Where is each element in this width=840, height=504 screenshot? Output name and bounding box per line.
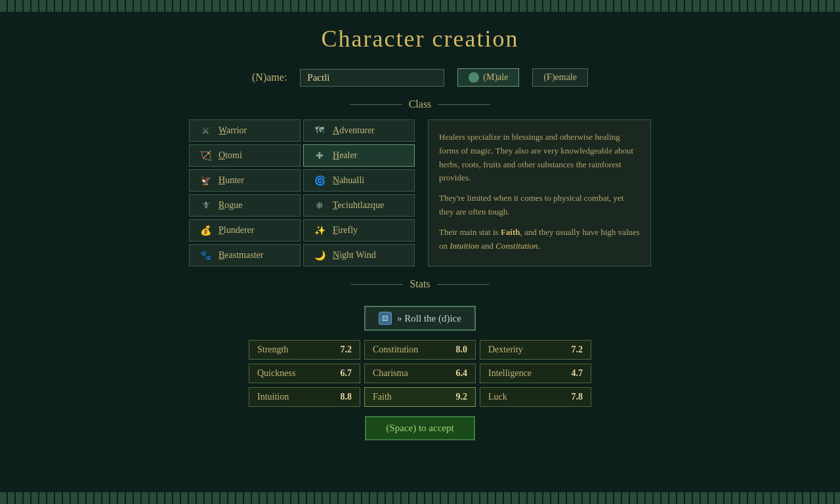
male-gender-button[interactable]: (M)ale [457, 68, 519, 87]
class-warrior[interactable]: ⚔ Warrior [189, 119, 301, 142]
stats-divider-line-left [350, 284, 403, 285]
warrior-label: Warrior [219, 125, 247, 136]
adventurer-icon: 🗺 [312, 124, 327, 137]
class-label: Class [409, 98, 432, 110]
desc-para3: Their main stat is Faith, and they usual… [439, 226, 640, 253]
desc-para3-prefix: Their main stat is [439, 227, 501, 237]
stats-label: Stats [410, 278, 430, 290]
charisma-value: 6.4 [456, 368, 468, 379]
intelligence-name: Intelligence [488, 368, 532, 379]
class-healer[interactable]: ✚ Healer [303, 144, 415, 167]
intuition-value: 8.8 [341, 392, 352, 402]
quickness-name: Quickness [257, 368, 295, 379]
class-nightwind[interactable]: 🌙 Night Wind [303, 244, 415, 266]
strength-value: 7.2 [341, 345, 352, 355]
firefly-icon: ✨ [312, 224, 327, 237]
male-icon [469, 72, 479, 83]
healer-label: Healer [333, 150, 357, 161]
desc-faith-bold: Faith [501, 227, 520, 237]
class-teciuhtlazque[interactable]: ❄ Teciuhtlazque [303, 194, 415, 217]
desc-para2: They're limited when it comes to physica… [439, 192, 640, 219]
desc-intuition-em: Intuition [450, 241, 479, 251]
stat-constitution[interactable]: Constitution 8.0 [364, 340, 476, 360]
stat-faith[interactable]: Faith 9.2 [364, 387, 476, 407]
divider-line-right [438, 104, 490, 105]
plunderer-icon: 💰 [198, 224, 213, 237]
constitution-value: 8.0 [456, 345, 468, 355]
stat-intuition[interactable]: Intuition 8.8 [249, 387, 360, 407]
roll-label: » Roll the (d)ice [397, 313, 461, 324]
intelligence-value: 4.7 [572, 368, 583, 379]
desc-para1: Healers specialize in blessings and othe… [439, 131, 640, 185]
stat-charisma[interactable]: Charisma 6.4 [364, 364, 476, 383]
dexterity-name: Dexterity [488, 345, 523, 355]
name-row: (N)ame: (M)ale (F)emale [252, 68, 588, 87]
nahualli-icon: 🌀 [312, 174, 327, 187]
class-grid: ⚔ Warrior 🗺 Adventurer 🏹 Otomi ✚ Healer … [189, 119, 415, 266]
healer-icon: ✚ [312, 149, 327, 162]
dice-icon: ⚄ [379, 312, 392, 325]
teciuhtlazque-label: Teciuhtlazque [333, 200, 384, 211]
beastmaster-icon: 🐾 [198, 249, 213, 262]
stats-section: Stats ⚄ » Roll the (d)ice Strength 7.2 C… [249, 278, 591, 407]
accept-button[interactable]: (Space) to accept [365, 416, 474, 440]
nahualli-label: Nahualli [333, 175, 364, 186]
page-title: Character creation [322, 25, 519, 52]
firefly-label: Firefly [333, 225, 358, 236]
stats-grid: Strength 7.2 Constitution 8.0 Dexterity … [249, 340, 591, 407]
desc-para3-and: and [479, 241, 495, 251]
hunter-label: Hunter [219, 175, 244, 186]
rogue-icon: 🗡 [198, 199, 213, 212]
female-gender-button[interactable]: (F)emale [532, 68, 588, 87]
plunderer-label: Plunderer [219, 225, 254, 236]
otomi-icon: 🏹 [198, 149, 213, 162]
class-plunderer[interactable]: 💰 Plunderer [189, 219, 301, 242]
strength-name: Strength [257, 345, 288, 355]
border-top [0, 0, 840, 12]
charisma-name: Charisma [373, 368, 408, 379]
stat-intelligence[interactable]: Intelligence 4.7 [480, 364, 591, 383]
stats-divider: Stats [249, 278, 591, 290]
dexterity-value: 7.2 [572, 345, 583, 355]
rogue-label: Rogue [219, 200, 243, 211]
warrior-icon: ⚔ [198, 124, 213, 137]
divider-line-left [350, 104, 402, 105]
faith-value: 9.2 [456, 392, 468, 402]
otomi-label: Otomi [219, 150, 242, 161]
male-label: (M)ale [483, 72, 508, 83]
hunter-icon: 🦅 [198, 174, 213, 187]
roll-dice-button[interactable]: ⚄ » Roll the (d)ice [364, 306, 476, 331]
luck-name: Luck [488, 392, 507, 402]
stats-divider-line-right [437, 284, 490, 285]
stat-luck[interactable]: Luck 7.8 [480, 387, 591, 407]
border-bottom [0, 492, 840, 504]
beastmaster-label: Beastmaster [219, 250, 263, 261]
intuition-name: Intuition [257, 392, 289, 402]
luck-value: 7.8 [572, 392, 583, 402]
faith-name: Faith [373, 392, 392, 402]
class-beastmaster[interactable]: 🐾 Beastmaster [189, 244, 301, 266]
class-rogue[interactable]: 🗡 Rogue [189, 194, 301, 217]
name-label: (N)ame: [252, 72, 287, 83]
class-divider: Class [0, 98, 840, 110]
class-nahualli[interactable]: 🌀 Nahualli [303, 169, 415, 192]
class-firefly[interactable]: ✨ Firefly [303, 219, 415, 242]
stat-strength[interactable]: Strength 7.2 [249, 340, 360, 360]
stat-dexterity[interactable]: Dexterity 7.2 [480, 340, 591, 360]
main-content: Character creation (N)ame: (M)ale (F)ema… [0, 12, 840, 492]
stat-quickness[interactable]: Quickness 6.7 [249, 364, 360, 383]
class-adventurer[interactable]: 🗺 Adventurer [303, 119, 415, 142]
class-section: ⚔ Warrior 🗺 Adventurer 🏹 Otomi ✚ Healer … [189, 119, 651, 266]
nightwind-icon: 🌙 [312, 249, 327, 262]
quickness-value: 6.7 [341, 368, 352, 379]
constitution-name: Constitution [373, 345, 418, 355]
desc-para3-suffix: . [538, 241, 540, 251]
class-otomi[interactable]: 🏹 Otomi [189, 144, 301, 167]
class-hunter[interactable]: 🦅 Hunter [189, 169, 301, 192]
nightwind-label: Night Wind [333, 250, 376, 261]
adventurer-label: Adventurer [333, 125, 375, 136]
desc-constitution-em: Constitution [495, 241, 537, 251]
teciuhtlazque-icon: ❄ [312, 199, 327, 212]
name-input[interactable] [300, 69, 444, 87]
class-description: Healers specialize in blessings and othe… [428, 119, 651, 266]
